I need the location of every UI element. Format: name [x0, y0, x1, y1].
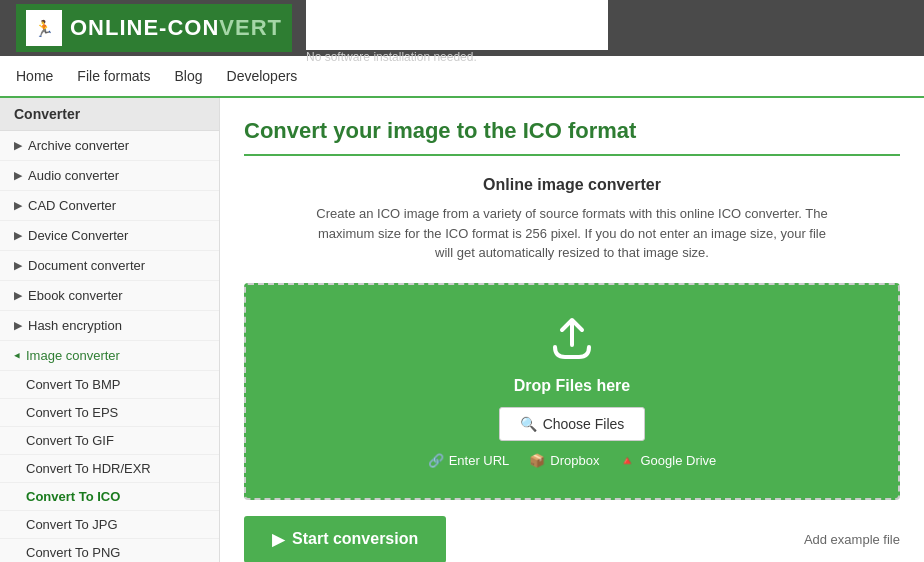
- nav-file-formats[interactable]: File formats: [77, 55, 150, 97]
- dropbox-label: Dropbox: [550, 453, 599, 468]
- subitem-label: Convert To BMP: [26, 377, 120, 392]
- gdrive-label: Google Drive: [640, 453, 716, 468]
- search-icon: 🔍: [520, 416, 537, 432]
- sidebar-item-audio[interactable]: ▶ Audio converter: [0, 161, 219, 191]
- svg-text:🏃: 🏃: [34, 19, 54, 38]
- sidebar-item-cad[interactable]: ▶ CAD Converter: [0, 191, 219, 221]
- logo[interactable]: 🏃 ONLINE-CONVERT: [16, 4, 292, 52]
- tagline-main: Convert media free, fast and online.: [306, 0, 608, 50]
- main-content: Convert your image to the ICO format Onl…: [220, 98, 924, 562]
- subitem-hdr[interactable]: Convert To HDR/EXR: [0, 455, 219, 483]
- sidebar-item-document[interactable]: ▶ Document converter: [0, 251, 219, 281]
- converter-description: Online image converter Create an ICO ima…: [244, 176, 900, 263]
- page-title: Convert your image to the ICO format: [244, 118, 900, 156]
- sidebar-item-device[interactable]: ▶ Device Converter: [0, 221, 219, 251]
- enter-url-link[interactable]: 🔗 Enter URL: [428, 453, 510, 468]
- header-tagline: Convert media free, fast and online. No …: [306, 0, 608, 64]
- layout: Converter ▶ Archive converter ▶ Audio co…: [0, 98, 924, 562]
- subitem-gif[interactable]: Convert To GIF: [0, 427, 219, 455]
- chevron-right-icon: ▶: [272, 530, 284, 549]
- sidebar-item-archive[interactable]: ▶ Archive converter: [0, 131, 219, 161]
- drop-label: Drop Files here: [266, 377, 878, 395]
- subitem-ico[interactable]: Convert To ICO: [0, 483, 219, 511]
- dropbox-link[interactable]: 📦 Dropbox: [529, 453, 599, 468]
- sidebar-item-label: Archive converter: [28, 138, 129, 153]
- sidebar-header: Converter: [0, 98, 219, 131]
- nav-developers[interactable]: Developers: [227, 55, 298, 97]
- subitem-label: Convert To EPS: [26, 405, 118, 420]
- bottom-row: ▶ Start conversion Add example file: [244, 516, 900, 563]
- sidebar-item-label: Hash encryption: [28, 318, 122, 333]
- subitem-label: Convert To HDR/EXR: [26, 461, 151, 476]
- sidebar-item-label: Ebook converter: [28, 288, 123, 303]
- sidebar-item-image[interactable]: ▾ Image converter: [0, 341, 219, 371]
- sidebar-item-label: Device Converter: [28, 228, 128, 243]
- link-icon: 🔗: [428, 453, 444, 468]
- start-conversion-button[interactable]: ▶ Start conversion: [244, 516, 446, 563]
- gdrive-icon: 🔺: [619, 453, 635, 468]
- arrow-icon: ▶: [14, 199, 22, 212]
- start-btn-label: Start conversion: [292, 530, 418, 548]
- enter-url-label: Enter URL: [449, 453, 510, 468]
- sidebar: Converter ▶ Archive converter ▶ Audio co…: [0, 98, 220, 562]
- gdrive-link[interactable]: 🔺 Google Drive: [619, 453, 716, 468]
- subitem-png[interactable]: Convert To PNG: [0, 539, 219, 562]
- subitem-jpg[interactable]: Convert To JPG: [0, 511, 219, 539]
- section-description: Create an ICO image from a variety of so…: [312, 204, 832, 263]
- subitem-eps[interactable]: Convert To EPS: [0, 399, 219, 427]
- section-title: Online image converter: [244, 176, 900, 194]
- arrow-icon: ▶: [14, 139, 22, 152]
- arrow-icon: ▶: [14, 169, 22, 182]
- upload-icon: [266, 315, 878, 369]
- arrow-icon: ▶: [14, 319, 22, 332]
- subitem-bmp[interactable]: Convert To BMP: [0, 371, 219, 399]
- nav-home[interactable]: Home: [16, 55, 53, 97]
- subitem-label: Convert To GIF: [26, 433, 114, 448]
- choose-files-button[interactable]: 🔍 Choose Files: [499, 407, 646, 441]
- choose-files-label: Choose Files: [543, 416, 625, 432]
- subitem-label: Convert To ICO: [26, 489, 120, 504]
- logo-text: ONLINE-CONVERT: [70, 15, 282, 41]
- sidebar-item-hash[interactable]: ▶ Hash encryption: [0, 311, 219, 341]
- dropbox-icon: 📦: [529, 453, 545, 468]
- arrow-icon: ▶: [14, 259, 22, 272]
- sidebar-item-label: Document converter: [28, 258, 145, 273]
- sidebar-item-label: Image converter: [26, 348, 120, 363]
- drop-zone[interactable]: Drop Files here 🔍 Choose Files 🔗 Enter U…: [244, 283, 900, 500]
- arrow-icon: ▶: [14, 289, 22, 302]
- subitem-label: Convert To PNG: [26, 545, 120, 560]
- tagline-sub: No software installation needed.: [306, 50, 608, 64]
- arrow-icon: ▶: [14, 229, 22, 242]
- sidebar-item-label: CAD Converter: [28, 198, 116, 213]
- sidebar-item-label: Audio converter: [28, 168, 119, 183]
- logo-icon: 🏃: [26, 10, 62, 46]
- drop-links: 🔗 Enter URL 📦 Dropbox 🔺 Google Drive: [266, 453, 878, 468]
- subitem-label: Convert To JPG: [26, 517, 118, 532]
- header: 🏃 ONLINE-CONVERT Convert media free, fas…: [0, 0, 924, 56]
- nav-blog[interactable]: Blog: [174, 55, 202, 97]
- arrow-down-icon: ▾: [11, 353, 24, 359]
- sidebar-item-ebook[interactable]: ▶ Ebook converter: [0, 281, 219, 311]
- add-example-link[interactable]: Add example file: [804, 532, 900, 547]
